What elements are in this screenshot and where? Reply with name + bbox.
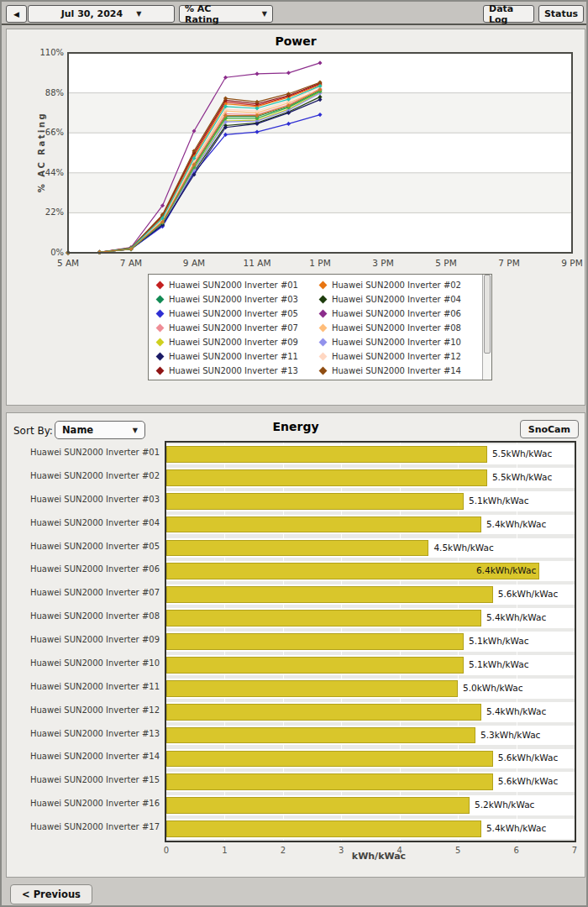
plot-band xyxy=(68,173,572,213)
energy-bar[interactable] xyxy=(166,727,475,744)
y-tick-label: 0% xyxy=(25,248,64,257)
energy-bar[interactable] xyxy=(166,446,487,463)
legend-label: Huawei SUN2000 Inverter #01 xyxy=(169,280,298,290)
inverter-row-label: Huawei SUN2000 Inverter #14 xyxy=(7,752,160,761)
legend-label: Huawei SUN2000 Inverter #03 xyxy=(169,295,298,304)
legend-marker-icon xyxy=(156,281,165,290)
legend-grid: Huawei SUN2000 Inverter #01Huawei SUN200… xyxy=(154,278,480,378)
energy-bar[interactable] xyxy=(166,633,464,650)
legend-marker-icon xyxy=(319,296,328,304)
date-dropdown[interactable]: Jul 30, 2024 ▼ xyxy=(28,5,175,23)
legend-item[interactable]: Huawei SUN2000 Inverter #04 xyxy=(317,292,480,307)
date-label: Jul 30, 2024 xyxy=(61,8,123,19)
energy-bar[interactable] xyxy=(166,704,481,721)
bar-value-label: 5.1kWh/kWac xyxy=(469,495,528,506)
x-tick-label: 1 xyxy=(212,846,237,855)
inverter-row-label: Huawei SUN2000 Inverter #16 xyxy=(7,799,160,808)
energy-bar[interactable] xyxy=(166,820,481,837)
legend-label: Huawei SUN2000 Inverter #04 xyxy=(332,295,461,304)
y-tick-label: 110% xyxy=(25,48,64,57)
energy-bar[interactable] xyxy=(166,493,464,510)
energy-bar[interactable] xyxy=(166,610,481,627)
legend-item[interactable]: Huawei SUN2000 Inverter #02 xyxy=(317,278,480,292)
bar-value-label: 5.4kWh/kWac xyxy=(486,519,546,529)
metric-dropdown[interactable]: % AC Rating ▼ xyxy=(179,5,273,23)
x-tick-label: 5 AM xyxy=(57,258,79,268)
status-button[interactable]: Status xyxy=(538,5,584,23)
y-tick-label: 44% xyxy=(25,168,64,177)
legend-marker-icon xyxy=(156,324,165,333)
x-tick-label: 11 AM xyxy=(244,258,271,268)
energy-bar[interactable] xyxy=(166,773,493,790)
legend-marker-icon xyxy=(319,367,328,375)
legend-item[interactable]: Huawei SUN2000 Inverter #14 xyxy=(317,364,480,378)
inverter-row-label: Huawei SUN2000 Inverter #09 xyxy=(7,635,160,644)
legend-label: Huawei SUN2000 Inverter #09 xyxy=(169,338,298,347)
bar-value-label: 5.4kWh/kWac xyxy=(486,706,546,716)
previous-button[interactable]: < Previous xyxy=(10,884,92,904)
power-legend: Huawei SUN2000 Inverter #01Huawei SUN200… xyxy=(148,274,492,380)
bar-value-label: 4.5kWh/kWac xyxy=(433,543,493,553)
energy-bar[interactable] xyxy=(166,516,481,533)
inverter-row-label: Huawei SUN2000 Inverter #05 xyxy=(7,542,160,551)
legend-scrollbar-thumb[interactable] xyxy=(484,275,491,354)
bar-value-label: 5.3kWh/kWac xyxy=(480,730,540,740)
energy-x-axis-label: kWh/kWac xyxy=(328,851,429,862)
toolbar: ◀ Jul 30, 2024 ▼ % AC Rating ▼ Data Log … xyxy=(2,2,586,25)
inverter-row-label: Huawei SUN2000 Inverter #17 xyxy=(7,822,160,831)
legend-scrollbar[interactable] xyxy=(482,275,491,380)
y-tick-label: 66% xyxy=(25,128,64,137)
energy-bar[interactable] xyxy=(166,657,464,674)
bar-value-label: 5.5kWh/kWac xyxy=(492,448,552,459)
inverter-row-label: Huawei SUN2000 Inverter #12 xyxy=(7,705,160,715)
energy-bar[interactable] xyxy=(166,540,428,557)
legend-marker-icon xyxy=(319,324,328,333)
energy-bar[interactable] xyxy=(166,586,493,603)
legend-label: Huawei SUN2000 Inverter #06 xyxy=(332,309,461,318)
legend-item[interactable]: Huawei SUN2000 Inverter #01 xyxy=(154,278,317,292)
energy-bar[interactable] xyxy=(166,469,487,486)
legend-label: Huawei SUN2000 Inverter #10 xyxy=(332,338,461,347)
x-tick-label: 1 PM xyxy=(309,258,330,268)
bar-value-label: 5.4kWh/kWac xyxy=(486,823,546,833)
snocam-button[interactable]: SnoCam xyxy=(520,420,579,438)
inverter-row-label: Huawei SUN2000 Inverter #10 xyxy=(7,658,160,668)
inverter-row-label: Huawei SUN2000 Inverter #08 xyxy=(7,611,160,621)
bar-value-label: 5.6kWh/kWac xyxy=(498,776,558,786)
bar-value-label: 5.6kWh/kWac xyxy=(498,589,558,599)
legend-item[interactable]: Huawei SUN2000 Inverter #05 xyxy=(154,307,317,321)
legend-marker-icon xyxy=(319,310,328,318)
legend-item[interactable]: Huawei SUN2000 Inverter #13 xyxy=(154,364,317,378)
bar-value-label: 5.1kWh/kWac xyxy=(469,636,528,646)
legend-marker-icon xyxy=(319,353,328,361)
legend-item[interactable]: Huawei SUN2000 Inverter #06 xyxy=(317,307,480,321)
prev-day-button[interactable]: ◀ xyxy=(6,5,27,23)
inverter-row-label: Huawei SUN2000 Inverter #11 xyxy=(7,682,160,691)
inverter-row-label: Huawei SUN2000 Inverter #07 xyxy=(7,588,160,597)
x-tick-label: 5 PM xyxy=(435,258,456,268)
power-y-axis-label: % AC Rating xyxy=(37,112,46,193)
legend-marker-icon xyxy=(319,281,328,290)
bar-value-label: 5.1kWh/kWac xyxy=(469,659,528,669)
legend-item[interactable]: Huawei SUN2000 Inverter #11 xyxy=(154,349,317,364)
left-arrow-icon: ◀ xyxy=(13,10,19,18)
legend-item[interactable]: Huawei SUN2000 Inverter #08 xyxy=(317,321,480,335)
legend-item[interactable]: Huawei SUN2000 Inverter #03 xyxy=(154,292,317,307)
energy-bar[interactable] xyxy=(166,751,493,768)
x-tick-label: 7 PM xyxy=(498,258,519,268)
power-line-chart: 5 AM7 AM9 AM11 AM1 PM3 PM5 PM7 PM9 PM xyxy=(68,53,582,305)
metric-label: % AC Rating xyxy=(185,3,249,25)
data-log-button[interactable]: Data Log xyxy=(483,5,534,23)
energy-bar[interactable] xyxy=(166,797,470,814)
energy-bar-chart: 5.5kWh/kWac5.5kWh/kWac5.1kWh/kWac5.4kWh/… xyxy=(165,441,576,842)
legend-label: Huawei SUN2000 Inverter #07 xyxy=(169,323,298,333)
legend-item[interactable]: Huawei SUN2000 Inverter #12 xyxy=(317,349,480,364)
legend-item[interactable]: Huawei SUN2000 Inverter #10 xyxy=(317,335,480,349)
app-window: { "toolbar": { "prev_day_arrow": "◀", "d… xyxy=(0,0,588,907)
bar-value-label: 5.2kWh/kWac xyxy=(475,800,534,810)
legend-item[interactable]: Huawei SUN2000 Inverter #07 xyxy=(154,321,317,335)
plot-band xyxy=(68,133,572,173)
legend-item[interactable]: Huawei SUN2000 Inverter #09 xyxy=(154,335,317,349)
energy-bar[interactable] xyxy=(166,680,458,697)
power-panel: Power % AC Rating 0%22%44%66%88%110% 5 A… xyxy=(6,29,585,406)
